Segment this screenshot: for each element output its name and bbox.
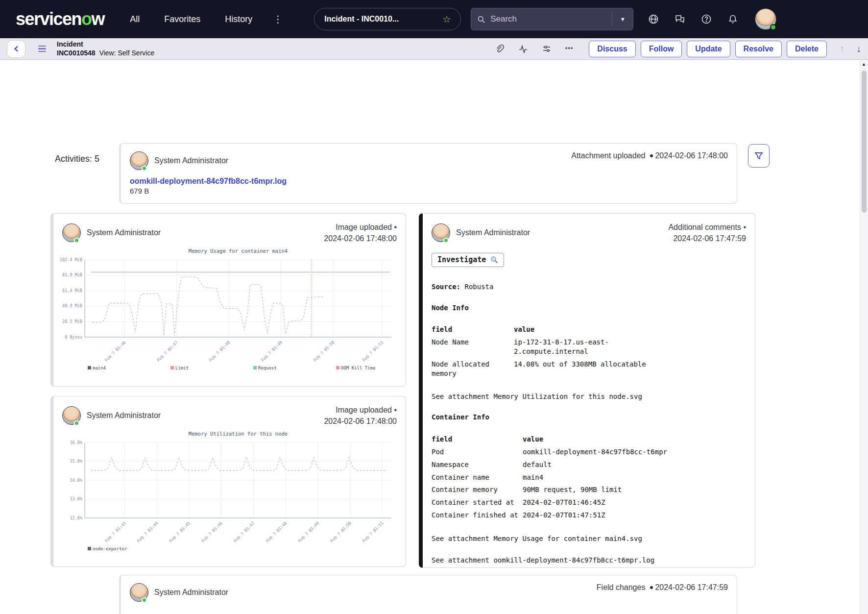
memory-utilization-chart: Memory Utilization for this node16.0%15.… bbox=[57, 429, 400, 560]
record-tab-label: Incident - INC0010... bbox=[324, 15, 399, 24]
activities-count: Activities: 5 bbox=[55, 154, 99, 164]
table-row: Container started at2024-02-07T01:46:45Z bbox=[432, 496, 699, 509]
svg-text:Feb 7 01:50: Feb 7 01:50 bbox=[313, 340, 336, 363]
record-number: INC0010548 bbox=[57, 49, 96, 57]
activity-card-attachment: System Administrator Attachment uploaded… bbox=[119, 143, 737, 204]
help-icon[interactable] bbox=[701, 14, 712, 25]
svg-text:13.0%: 13.0% bbox=[70, 496, 82, 501]
avatar bbox=[432, 223, 450, 242]
table-row: Node allocated memory14.08% out of 3308M… bbox=[432, 358, 662, 380]
context-menu-icon[interactable] bbox=[38, 46, 46, 52]
container-info-table: fieldvalue Podoomkill-deployment-84c97fb… bbox=[432, 433, 699, 521]
magnifier-icon bbox=[490, 256, 498, 264]
svg-text:16.0%: 16.0% bbox=[70, 440, 82, 445]
svg-text:12.0%: 12.0% bbox=[70, 516, 82, 520]
svg-text:20.5 MiB: 20.5 MiB bbox=[62, 319, 82, 324]
record-toolbar: Incident INC0010548View: Self Service ••… bbox=[0, 38, 868, 60]
notifications-bell-icon[interactable] bbox=[727, 14, 738, 25]
svg-text:Feb 7 01:46: Feb 7 01:46 bbox=[200, 521, 223, 544]
presence-indicator bbox=[770, 24, 776, 30]
svg-text:Feb 7 01:48: Feb 7 01:48 bbox=[265, 521, 288, 544]
activity-meta: Image uploaded • 2024-02-06 17:48:00 bbox=[324, 221, 397, 244]
svg-text:40.9 MiB: 40.9 MiB bbox=[62, 304, 82, 309]
node-info-table: fieldvalue Node Nameip-172-31-8-17.us-ea… bbox=[432, 323, 662, 380]
filter-activities-button[interactable] bbox=[748, 144, 770, 168]
nav-item-favorites[interactable]: Favorites bbox=[164, 14, 200, 25]
vertical-scrollbar[interactable]: ▲ bbox=[860, 60, 868, 614]
svg-text:Feb 7 01:45: Feb 7 01:45 bbox=[168, 521, 191, 544]
presence-indicator bbox=[74, 420, 79, 426]
search-icon bbox=[477, 15, 485, 24]
attachment-paperclip-icon[interactable] bbox=[495, 44, 505, 54]
usage-attachment-note: See attachment Memory Usage for containe… bbox=[432, 534, 745, 543]
activity-pulse-icon[interactable] bbox=[518, 44, 528, 54]
top-nav: servicenow All Favorites History ⋮ Incid… bbox=[0, 0, 868, 38]
servicenow-logo[interactable]: servicenow bbox=[16, 9, 104, 29]
logo-green-o: o bbox=[81, 9, 92, 29]
logo-text: servicen bbox=[16, 9, 81, 29]
global-search[interactable]: Search ▼ bbox=[471, 8, 633, 30]
next-record-arrow[interactable]: ↓ bbox=[856, 43, 861, 54]
investigate-button[interactable]: Investigate bbox=[432, 253, 504, 267]
user-avatar[interactable] bbox=[755, 8, 776, 30]
favorite-star-icon[interactable]: ☆ bbox=[442, 14, 451, 25]
search-placeholder: Search bbox=[490, 14, 612, 24]
author-name: System Administrator bbox=[154, 156, 228, 165]
record-type: Incident bbox=[57, 40, 154, 49]
more-actions-icon[interactable]: ••• bbox=[565, 44, 574, 54]
svg-text:main4: main4 bbox=[93, 366, 106, 370]
globe-icon[interactable] bbox=[648, 14, 659, 25]
svg-text:Memory Usage for container mai: Memory Usage for container main4 bbox=[189, 248, 288, 254]
node-attachment-note: See attachment Memory Utilization for th… bbox=[432, 392, 745, 401]
svg-text:15.0%: 15.0% bbox=[70, 459, 82, 464]
author-name: System Administrator bbox=[87, 411, 161, 420]
more-menu-icon[interactable]: ⋮ bbox=[273, 13, 284, 25]
personalize-sliders-icon[interactable] bbox=[542, 44, 552, 54]
svg-text:Feb 7 01:50: Feb 7 01:50 bbox=[329, 521, 352, 544]
activity-card-field-changes: System Administrator Field changes2024-0… bbox=[119, 575, 737, 614]
author-name: System Administrator bbox=[154, 588, 228, 597]
scrollbar-thumb[interactable] bbox=[862, 71, 867, 213]
servicenow-incident-page: servicenow All Favorites History ⋮ Incid… bbox=[0, 0, 868, 614]
table-row: Node Nameip-172-31-8-17.us-east-2.comput… bbox=[432, 336, 662, 358]
log-attachment-note: See attachment oomkill-deployment-84c97f… bbox=[432, 555, 745, 565]
delete-button[interactable]: Delete bbox=[787, 41, 827, 57]
avatar bbox=[62, 406, 81, 425]
nav-item-history[interactable]: History bbox=[225, 14, 252, 25]
nav-item-all[interactable]: All bbox=[130, 14, 140, 25]
previous-record-arrow[interactable]: ↑ bbox=[840, 43, 844, 54]
activity-meta: Field changes2024-02-06 17:47:59 bbox=[597, 583, 728, 602]
svg-text:Memory Utilization for this no: Memory Utilization for this node bbox=[189, 431, 288, 437]
logo-text-end: w bbox=[92, 9, 105, 29]
presence-indicator bbox=[142, 166, 147, 171]
avatar bbox=[130, 583, 148, 602]
search-scope-dropdown[interactable]: ▼ bbox=[612, 8, 633, 30]
table-row: Container finished at2024-02-07T01:47:51… bbox=[432, 509, 699, 522]
activity-meta: Attachment uploaded2024-02-06 17:48:00 bbox=[571, 151, 728, 170]
scroll-up-arrow[interactable]: ▲ bbox=[862, 62, 866, 67]
top-nav-icons bbox=[648, 14, 738, 25]
attachment-file-size: 679 B bbox=[130, 187, 737, 195]
svg-text:81.9 MiB: 81.9 MiB bbox=[62, 272, 82, 277]
nav-links: All Favorites History bbox=[130, 14, 252, 25]
svg-text:Feb 7 01:49: Feb 7 01:49 bbox=[260, 340, 283, 363]
svg-text:OOM Kill Time: OOM Kill Time bbox=[341, 366, 375, 370]
update-button[interactable]: Update bbox=[687, 41, 730, 57]
svg-text:Request: Request bbox=[258, 366, 277, 370]
svg-text:Feb 7 01:46: Feb 7 01:46 bbox=[104, 340, 127, 363]
follow-button[interactable]: Follow bbox=[641, 41, 682, 57]
activity-meta: Additional comments • 2024-02-06 17:47:5… bbox=[668, 221, 746, 244]
chat-icon[interactable] bbox=[675, 14, 685, 25]
svg-text:Feb 7 01:43: Feb 7 01:43 bbox=[104, 521, 127, 544]
attachment-file-link[interactable]: oomkill-deployment-84c97fb8cc-t6mpr.log bbox=[130, 177, 737, 186]
resolve-button[interactable]: Resolve bbox=[735, 41, 782, 57]
svg-text:Feb 7 01:51: Feb 7 01:51 bbox=[362, 340, 385, 363]
table-row: Container namemain4 bbox=[432, 471, 699, 484]
record-tab[interactable]: Incident - INC0010... ☆ bbox=[314, 8, 461, 30]
activity-meta: Image uploaded • 2024-02-06 17:48:00 bbox=[324, 404, 397, 427]
svg-text:0 Bytes: 0 Bytes bbox=[65, 335, 82, 340]
author-name: System Administrator bbox=[456, 228, 530, 237]
discuss-button[interactable]: Discuss bbox=[589, 41, 635, 57]
avatar bbox=[62, 223, 81, 242]
back-button[interactable] bbox=[7, 40, 25, 58]
